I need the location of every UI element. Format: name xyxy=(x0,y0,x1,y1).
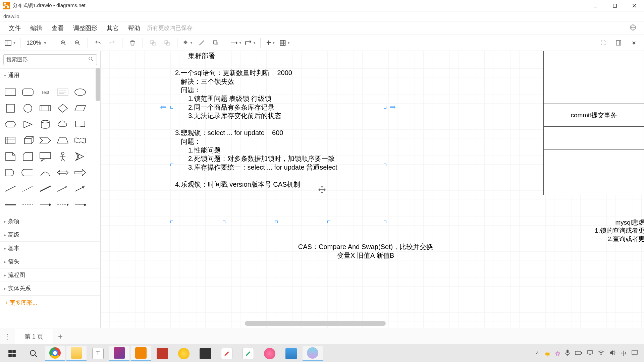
shape-step[interactable] xyxy=(38,134,53,147)
tray-app2-icon[interactable]: ✿ xyxy=(555,350,560,357)
diagram-table[interactable]: commit提交事务 xyxy=(543,51,644,195)
section-misc[interactable]: ▸杂项 xyxy=(0,215,100,228)
shape-or[interactable] xyxy=(72,150,88,163)
line-color-button[interactable] xyxy=(196,37,208,49)
section-flowchart[interactable]: ▸流程图 xyxy=(0,268,100,282)
shadow-button[interactable] xyxy=(210,37,222,49)
diagram-text-main[interactable]: 集群部署 2.一个sql语句：更新数量时判断 2000 解决：三个锁失效 问题：… xyxy=(175,52,337,189)
selection-handle[interactable] xyxy=(170,106,173,109)
shape-cube[interactable] xyxy=(20,134,36,147)
taskbar-app-red[interactable] xyxy=(152,346,172,361)
shape-hline-arrow[interactable] xyxy=(38,198,53,212)
shape-and[interactable] xyxy=(3,166,18,179)
taskbar-chrome[interactable] xyxy=(45,346,65,361)
waypoint-button[interactable]: ▼ xyxy=(244,37,256,49)
menu-edit[interactable]: 编辑 xyxy=(25,22,47,34)
shape-trapezoid[interactable] xyxy=(55,134,70,147)
tray-notifications-icon[interactable] xyxy=(631,350,638,357)
connection-button[interactable]: ▼ xyxy=(230,37,242,49)
taskbar-app-paint[interactable] xyxy=(238,346,258,361)
selection-handle[interactable] xyxy=(170,221,173,223)
pages-menu-button[interactable]: ⋮ xyxy=(0,333,15,341)
shape-bidir-arrow[interactable] xyxy=(55,166,70,179)
section-basic[interactable]: ▸基本 xyxy=(0,242,100,255)
shape-process[interactable] xyxy=(38,102,53,115)
tray-app-icon[interactable]: ◉ xyxy=(545,350,550,357)
minimize-button[interactable] xyxy=(586,0,605,11)
taskbar-app-spiral[interactable] xyxy=(303,346,323,361)
selection-handle[interactable] xyxy=(327,221,330,223)
shape-callout[interactable] xyxy=(38,150,53,163)
undo-button[interactable] xyxy=(92,37,104,49)
maximize-button[interactable] xyxy=(605,0,625,11)
more-shapes-button[interactable]: + 更多图形... xyxy=(0,295,100,310)
diagram-text-rightnote[interactable]: mysql悲观锁中 1.锁的查询或者更新条 2.查询或者更新条 xyxy=(595,219,644,243)
shape-diamond[interactable] xyxy=(55,102,70,115)
taskbar-explorer[interactable] xyxy=(66,346,87,361)
language-icon[interactable] xyxy=(629,24,637,33)
shape-rounded-rect[interactable] xyxy=(20,85,36,99)
shape-hline-thick[interactable] xyxy=(3,198,18,212)
start-button[interactable] xyxy=(2,346,22,361)
shape-cylinder[interactable] xyxy=(38,118,53,131)
shape-tape[interactable] xyxy=(72,134,88,147)
section-advanced[interactable]: ▸高级 xyxy=(0,228,100,242)
shape-cloud[interactable] xyxy=(55,118,70,131)
section-general[interactable]: ▾通用 xyxy=(0,69,100,82)
zoom-in-button[interactable] xyxy=(57,37,69,49)
selection-arrow-left-icon[interactable]: ⬅ xyxy=(160,103,166,112)
taskbar-app-yellow[interactable] xyxy=(174,346,194,361)
shape-arrow[interactable] xyxy=(72,166,88,179)
canvas-horizontal-scrollbar[interactable] xyxy=(245,321,386,326)
shape-rect[interactable] xyxy=(3,85,18,99)
taskbar-text-editor[interactable]: T xyxy=(88,346,108,361)
selection-handle[interactable] xyxy=(384,106,386,109)
taskbar-app-photo[interactable] xyxy=(281,346,301,361)
shape-note[interactable] xyxy=(3,150,18,163)
selection-handle[interactable] xyxy=(384,221,386,223)
shape-square[interactable] xyxy=(3,102,18,115)
sidebar-toggle-button[interactable]: ▼ xyxy=(4,37,16,49)
shape-connector-arrow[interactable] xyxy=(55,182,70,195)
redo-button[interactable] xyxy=(106,37,118,49)
selection-handle[interactable] xyxy=(384,164,386,166)
menu-arrange[interactable]: 调整图形 xyxy=(68,22,102,34)
shape-textbox[interactable] xyxy=(55,85,70,99)
diagram-text-cas[interactable]: CAS：Compare And Swap(Set)，比较并交换 变量X 旧值A … xyxy=(278,243,453,260)
menu-file[interactable]: 文件 xyxy=(4,22,25,34)
shape-link-dashed[interactable] xyxy=(20,182,36,195)
tray-volume-icon[interactable] xyxy=(609,350,616,357)
menu-help[interactable]: 帮助 xyxy=(123,22,145,34)
taskbar-ide[interactable] xyxy=(109,346,129,361)
fullscreen-button[interactable] xyxy=(597,37,609,49)
zoom-select[interactable]: 120%▼ xyxy=(24,40,49,46)
zoom-out-button[interactable] xyxy=(71,37,84,49)
section-arrows[interactable]: ▸箭头 xyxy=(0,255,100,268)
taskbar-app-pen[interactable] xyxy=(217,346,237,361)
tray-battery-icon[interactable] xyxy=(575,350,582,357)
taskbar-terminal[interactable] xyxy=(195,346,215,361)
shape-line-thick[interactable] xyxy=(38,182,53,195)
sidebar-scrollbar[interactable] xyxy=(96,68,100,101)
shape-document[interactable] xyxy=(72,118,88,131)
shape-internal-storage[interactable] xyxy=(3,134,18,147)
shape-parallelogram[interactable] xyxy=(72,102,88,115)
page-tab-1[interactable]: 第 1 页 xyxy=(15,329,53,344)
shape-data-store[interactable] xyxy=(20,166,36,179)
tray-chevron-icon[interactable]: ＾ xyxy=(534,350,540,358)
shape-triangle[interactable] xyxy=(20,118,36,131)
to-back-button[interactable] xyxy=(161,37,173,49)
shape-actor[interactable] xyxy=(55,150,70,163)
search-shapes-input[interactable] xyxy=(3,54,97,65)
taskbar-drawio[interactable] xyxy=(131,346,151,361)
selection-handle[interactable] xyxy=(170,164,173,166)
search-task-button[interactable] xyxy=(23,346,44,361)
shape-hline-dash-arrow[interactable] xyxy=(55,198,70,212)
close-button[interactable] xyxy=(625,0,644,11)
tray-network-icon[interactable] xyxy=(587,350,593,357)
taskbar-app-rose[interactable] xyxy=(260,346,280,361)
selection-handle[interactable] xyxy=(223,221,225,223)
to-front-button[interactable] xyxy=(147,37,159,49)
section-er[interactable]: ▸实体关系 xyxy=(0,282,100,295)
collapse-toolbar-button[interactable] xyxy=(628,37,640,49)
